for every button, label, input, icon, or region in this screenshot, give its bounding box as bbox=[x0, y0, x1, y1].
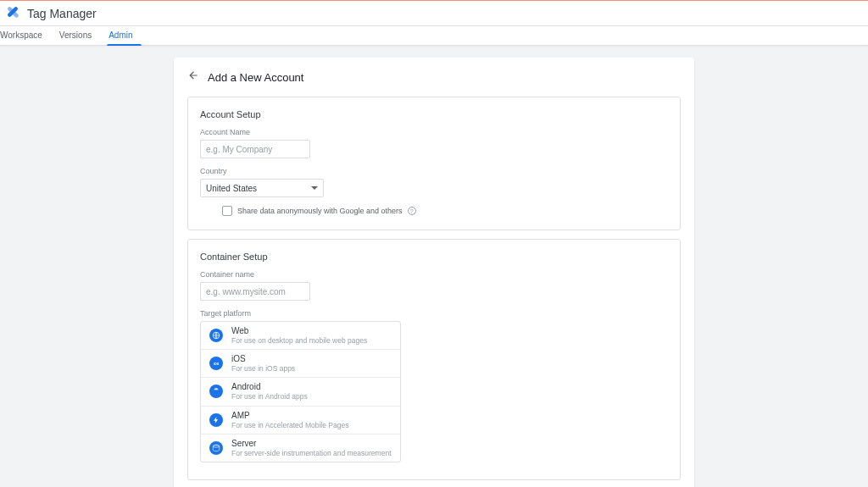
svg-point-7 bbox=[213, 445, 220, 448]
tag-manager-logo-icon bbox=[5, 4, 20, 23]
platform-text: AMP For use in Accelerated Mobile Pages bbox=[231, 411, 348, 429]
ios-icon: iOS bbox=[209, 357, 223, 370]
amp-icon bbox=[209, 413, 223, 427]
country-selected-value: United States bbox=[206, 184, 257, 193]
page-body: Add a New Account Account Setup Account … bbox=[0, 46, 868, 487]
platform-list: Web For use on desktop and mobile web pa… bbox=[200, 321, 401, 462]
container-setup-title: Container Setup bbox=[200, 252, 668, 262]
account-setup-card: Account Setup Account Name Country Unite… bbox=[187, 97, 681, 230]
country-field: Country United States bbox=[200, 167, 668, 197]
platform-desc: For use in Accelerated Mobile Pages bbox=[231, 421, 348, 429]
platform-text: Android For use in Android apps bbox=[231, 382, 308, 401]
platform-title: Server bbox=[231, 439, 392, 449]
platform-text: iOS For use in iOS apps bbox=[231, 354, 295, 373]
svg-point-2 bbox=[14, 14, 19, 18]
container-setup-card: Container Setup Container name Target pl… bbox=[187, 239, 681, 480]
container-name-field: Container name bbox=[200, 270, 668, 301]
platform-item-server[interactable]: Server For server-side instrumentation a… bbox=[201, 434, 400, 462]
platform-desc: For use on desktop and mobile web pages bbox=[231, 336, 367, 345]
tab-admin[interactable]: Admin bbox=[100, 25, 141, 45]
platform-desc: For server-side instrumentation and meas… bbox=[231, 449, 392, 457]
share-data-label: Share data anonymously with Google and o… bbox=[237, 207, 403, 215]
svg-text:iOS: iOS bbox=[214, 362, 220, 366]
server-icon bbox=[209, 441, 223, 455]
account-name-input[interactable] bbox=[200, 140, 310, 158]
platform-desc: For use in Android apps bbox=[231, 392, 308, 401]
chevron-down-icon bbox=[311, 186, 318, 190]
panel-title: Add a New Account bbox=[208, 71, 303, 84]
logo-wrap: Tag Manager bbox=[5, 4, 97, 23]
country-select[interactable]: United States bbox=[200, 179, 324, 197]
tab-versions[interactable]: Versions bbox=[51, 25, 100, 45]
account-setup-title: Account Setup bbox=[200, 109, 668, 119]
account-name-label: Account Name bbox=[200, 128, 668, 136]
container-name-label: Container name bbox=[200, 270, 668, 279]
svg-point-5 bbox=[214, 389, 215, 390]
platform-text: Web For use on desktop and mobile web pa… bbox=[231, 326, 367, 345]
back-arrow-icon[interactable] bbox=[187, 69, 199, 85]
platform-title: Web bbox=[231, 326, 367, 336]
target-platform-field: Target platform Web For use on desktop a… bbox=[200, 309, 668, 462]
share-data-checkbox[interactable] bbox=[222, 206, 232, 216]
app-title: Tag Manager bbox=[27, 7, 97, 20]
platform-title: Android bbox=[231, 382, 308, 392]
tab-workspace[interactable]: Workspace bbox=[0, 25, 51, 45]
platform-item-ios[interactable]: iOS iOS For use in iOS apps bbox=[201, 350, 400, 378]
panel-header: Add a New Account bbox=[187, 69, 681, 85]
platform-title: iOS bbox=[231, 354, 295, 364]
platform-text: Server For server-side instrumentation a… bbox=[231, 439, 392, 457]
country-label: Country bbox=[200, 167, 668, 175]
platform-desc: For use in iOS apps bbox=[231, 364, 295, 373]
container-name-input[interactable] bbox=[200, 282, 310, 301]
new-account-panel: Add a New Account Account Setup Account … bbox=[174, 58, 694, 487]
platform-item-web[interactable]: Web For use on desktop and mobile web pa… bbox=[201, 322, 400, 350]
platform-item-amp[interactable]: AMP For use in Accelerated Mobile Pages bbox=[201, 407, 400, 434]
android-icon bbox=[209, 385, 223, 398]
account-name-field: Account Name bbox=[200, 128, 668, 158]
top-header: Tag Manager bbox=[0, 0, 868, 26]
help-icon[interactable]: ? bbox=[408, 207, 416, 215]
target-platform-label: Target platform bbox=[200, 309, 668, 318]
tab-bar: Workspace Versions Admin bbox=[0, 26, 868, 46]
share-data-row: Share data anonymously with Google and o… bbox=[200, 206, 668, 216]
platform-item-android[interactable]: Android For use in Android apps bbox=[201, 378, 400, 406]
platform-title: AMP bbox=[231, 411, 348, 421]
svg-point-6 bbox=[217, 389, 218, 390]
web-icon bbox=[209, 329, 223, 342]
